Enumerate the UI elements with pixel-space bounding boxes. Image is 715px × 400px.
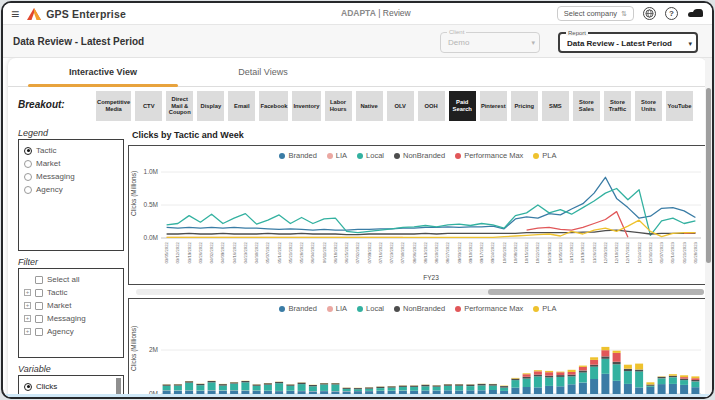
bar-segment-pla[interactable] xyxy=(590,357,598,360)
bar-segment-local[interactable] xyxy=(275,383,283,391)
filter-item-market[interactable]: +Market xyxy=(22,299,120,312)
bar-segment-nonbranded[interactable] xyxy=(489,384,497,386)
bar-segment-nonbranded[interactable] xyxy=(388,386,396,387)
bar-segment-branded[interactable] xyxy=(613,381,621,394)
vehicle-icon[interactable] xyxy=(687,8,704,19)
bar-segment-local[interactable] xyxy=(208,382,216,390)
bar-segment-nonbranded[interactable] xyxy=(658,377,666,379)
bar-segment-local[interactable] xyxy=(646,386,654,387)
bar-segment-nonbranded[interactable] xyxy=(399,386,407,387)
bar-segment-local[interactable] xyxy=(399,387,407,391)
breakout-button-paid-search[interactable]: Paid Search xyxy=(449,91,476,121)
bar-segment-nonbranded[interactable] xyxy=(275,382,283,383)
legend-item-lia[interactable]: LIA xyxy=(327,304,347,313)
bar-segment-local[interactable] xyxy=(174,386,182,391)
bar-segment-nonbranded[interactable] xyxy=(478,384,486,386)
bar-segment-nonbranded[interactable] xyxy=(646,385,654,386)
bar-segment-nonbranded[interactable] xyxy=(376,387,384,388)
bar-segment-nonbranded[interactable] xyxy=(601,356,609,358)
line-chart[interactable]: 0.0M0.5M1.0MClicks (Millions)03/05/20220… xyxy=(129,146,707,284)
legend-item-nonbranded[interactable]: NonBranded xyxy=(394,304,445,313)
bar-segment-branded[interactable] xyxy=(545,386,553,394)
bar-segment-pla[interactable] xyxy=(534,370,542,371)
bar-segment-pla[interactable] xyxy=(691,376,699,378)
bar-segment-performance-max[interactable] xyxy=(556,372,564,375)
bar-segment-local[interactable] xyxy=(421,386,429,390)
page-vertical-scrollbar[interactable] xyxy=(705,58,712,397)
select-company-button[interactable]: Select company ⇅ xyxy=(557,6,634,21)
bar-segment-local[interactable] xyxy=(534,376,542,387)
bar-segment-nonbranded[interactable] xyxy=(421,385,429,387)
legend-option-agency[interactable]: Agency xyxy=(22,183,120,196)
bar-segment-local[interactable] xyxy=(455,386,463,391)
bar-segment-performance-max[interactable] xyxy=(691,378,699,380)
legend-item-lia[interactable]: LIA xyxy=(327,151,347,160)
bar-segment-nonbranded[interactable] xyxy=(331,383,339,384)
bar-segment-local[interactable] xyxy=(264,385,272,391)
bar-segment-branded[interactable] xyxy=(534,387,542,394)
breakout-button-store-sales[interactable]: Store Sales xyxy=(573,91,600,121)
tab-interactive-view[interactable]: Interactive View xyxy=(28,58,178,87)
bar-segment-nonbranded[interactable] xyxy=(433,385,441,386)
radio-button[interactable] xyxy=(24,147,32,155)
bar-segment-performance-max[interactable] xyxy=(680,377,688,379)
bar-segment-local[interactable] xyxy=(219,386,227,391)
scrollbar-thumb[interactable] xyxy=(488,289,704,295)
bar-segment-nonbranded[interactable] xyxy=(196,384,204,385)
bar-segment-nonbranded[interactable] xyxy=(298,383,306,385)
menu-icon[interactable]: ≡ xyxy=(11,7,19,21)
bar-segment-branded[interactable] xyxy=(635,387,643,394)
variable-option-clicks[interactable]: Clicks xyxy=(22,380,120,393)
legend-item-performance-max[interactable]: Performance Max xyxy=(455,151,523,160)
bar-segment-nonbranded[interactable] xyxy=(635,370,643,372)
bar-segment-nonbranded[interactable] xyxy=(556,375,564,377)
breakout-button-pricing[interactable]: Pricing xyxy=(511,91,538,121)
bar-segment-branded[interactable] xyxy=(680,385,688,394)
radio-button[interactable] xyxy=(24,160,32,168)
legend-option-market[interactable]: Market xyxy=(22,157,120,170)
bar-segment-local[interactable] xyxy=(500,388,508,391)
checkbox[interactable] xyxy=(35,302,43,310)
bar-segment-nonbranded[interactable] xyxy=(219,384,227,386)
bar-segment-nonbranded[interactable] xyxy=(320,383,328,384)
help-icon[interactable]: ? xyxy=(665,7,678,20)
bar-segment-nonbranded[interactable] xyxy=(410,386,418,387)
bar-chart-panel[interactable]: BrandedLIALocalNonBrandedPerformance Max… xyxy=(128,298,708,399)
bar-segment-local[interactable] xyxy=(365,389,373,391)
expand-icon[interactable]: + xyxy=(24,315,31,322)
bar-segment-pla[interactable] xyxy=(635,364,643,370)
breakout-button-sms[interactable]: SMS xyxy=(542,91,569,121)
bar-segment-nonbranded[interactable] xyxy=(208,381,216,382)
bar-segment-nonbranded[interactable] xyxy=(613,362,621,365)
checkbox[interactable] xyxy=(35,276,43,284)
bar-segment-performance-max[interactable] xyxy=(545,372,553,376)
bar-segment-local[interactable] xyxy=(376,388,384,391)
checkbox[interactable] xyxy=(35,289,43,297)
legend-item-pla[interactable]: PLA xyxy=(533,304,556,313)
bar-segment-nonbranded[interactable] xyxy=(500,386,508,388)
bar-segment-nonbranded[interactable] xyxy=(579,371,587,373)
radio-button[interactable] xyxy=(24,186,32,194)
bar-segment-local[interactable] xyxy=(545,378,553,386)
bar-segment-local[interactable] xyxy=(568,376,576,384)
breakout-button-email[interactable]: Email xyxy=(228,91,255,121)
bar-segment-local[interactable] xyxy=(444,386,452,390)
bar-segment-nonbranded[interactable] xyxy=(691,380,699,382)
bar-segment-pla[interactable] xyxy=(556,372,564,373)
bar-segment-nonbranded[interactable] xyxy=(185,381,193,383)
bar-segment-local[interactable] xyxy=(669,377,677,384)
bar-segment-branded[interactable] xyxy=(568,384,576,394)
legend-item-branded[interactable]: Branded xyxy=(279,151,316,160)
bar-segment-local[interactable] xyxy=(691,382,699,388)
bar-segment-nonbranded[interactable] xyxy=(624,369,632,371)
bar-segment-local[interactable] xyxy=(241,382,249,390)
expand-icon[interactable]: + xyxy=(24,328,31,335)
bar-segment-nonbranded[interactable] xyxy=(309,385,317,386)
bar-segment-branded[interactable] xyxy=(601,374,609,394)
bar-segment-local[interactable] xyxy=(196,385,204,390)
breakout-button-store-units[interactable]: Store Units xyxy=(635,91,662,121)
legend-item-nonbranded[interactable]: NonBranded xyxy=(394,151,445,160)
bar-segment-nonbranded[interactable] xyxy=(669,376,677,378)
bar-segment-pla[interactable] xyxy=(646,382,654,384)
legend-item-local[interactable]: Local xyxy=(357,304,384,313)
